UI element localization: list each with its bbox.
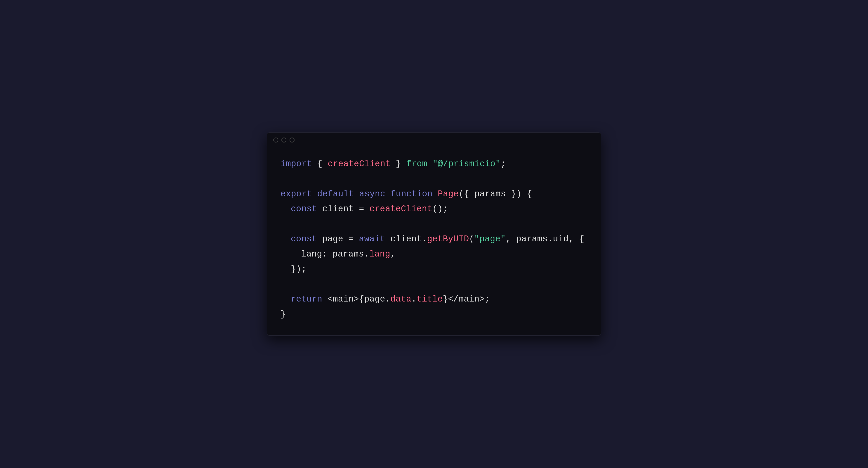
return-line: return <main>{page.data.title}</main>; [281, 292, 587, 307]
code-token: import [281, 159, 312, 169]
close-obj-line: }); [281, 262, 587, 277]
code-editor: import { createClient } from "@/prismici… [267, 147, 601, 336]
empty-2 [281, 217, 587, 232]
code-token: page. [364, 294, 391, 304]
close-fn-line: } [281, 307, 587, 322]
code-token: "@/prismicio" [432, 159, 500, 169]
code-token: { [312, 159, 328, 169]
import-line: import { createClient } from "@/prismici… [281, 156, 587, 172]
code-token: params [469, 189, 511, 199]
code-token: params. [327, 249, 369, 259]
code-token: getByUID [427, 234, 469, 244]
code-token [427, 159, 432, 169]
code-token: default [317, 189, 354, 199]
empty-1 [281, 172, 587, 186]
code-token [312, 189, 317, 199]
code-token: createClient [328, 159, 391, 169]
code-token: params.uid, [511, 234, 579, 244]
code-token: export [281, 189, 312, 199]
const-client-line: const client = createClient(); [281, 202, 587, 217]
code-token: : [322, 249, 327, 259]
code-token: function [391, 189, 432, 199]
const-page-line: const page = await client.getByUID("page… [281, 232, 587, 247]
code-token: createClient [369, 204, 432, 214]
code-token: </main> [448, 294, 485, 304]
code-token: . [411, 294, 416, 304]
code-token: = [348, 234, 354, 244]
code-token: ; [485, 294, 490, 304]
code-token [385, 189, 391, 199]
code-token: { [359, 294, 364, 304]
code-token: return [291, 294, 322, 304]
code-token: "page" [474, 234, 506, 244]
window-dot-close[interactable] [273, 138, 278, 143]
code-token: } [443, 294, 448, 304]
code-token [354, 189, 359, 199]
code-window: import { createClient } from "@/prismici… [267, 132, 601, 336]
code-token: ({ [459, 189, 469, 199]
code-token: async [359, 189, 385, 199]
window-dot-minimize[interactable] [281, 138, 286, 143]
code-token: const [291, 204, 317, 214]
code-token: (); [432, 204, 448, 214]
code-token: client. [385, 234, 427, 244]
code-token: { [527, 189, 532, 199]
code-token: await [359, 234, 385, 244]
code-token [322, 294, 328, 304]
code-token: Page [438, 189, 459, 199]
code-token: lang [301, 249, 322, 259]
code-token: = [359, 204, 364, 214]
code-token: { [579, 234, 584, 244]
code-token: client [317, 204, 359, 214]
code-token: } [391, 159, 406, 169]
code-token: <main> [328, 294, 359, 304]
code-token: from [406, 159, 427, 169]
code-token [432, 189, 438, 199]
code-token [354, 234, 359, 244]
code-token: , [390, 249, 395, 259]
code-token: ( [469, 234, 474, 244]
code-token: }); [291, 264, 307, 274]
code-token [522, 189, 527, 199]
export-line: export default async function Page({ par… [281, 186, 587, 202]
window-titlebar [267, 133, 601, 147]
code-token: } [281, 310, 286, 319]
code-token: , [506, 234, 511, 244]
code-token: const [291, 234, 317, 244]
code-token: page [317, 234, 348, 244]
code-token: ; [501, 159, 506, 169]
code-token [364, 204, 369, 214]
empty-3 [281, 277, 587, 292]
code-token: lang [369, 249, 391, 259]
window-dot-maximize[interactable] [289, 138, 294, 143]
code-token: data [391, 294, 411, 304]
code-token: }) [511, 189, 522, 199]
code-token: title [416, 294, 443, 304]
lang-line: lang: params.lang, [281, 247, 587, 262]
